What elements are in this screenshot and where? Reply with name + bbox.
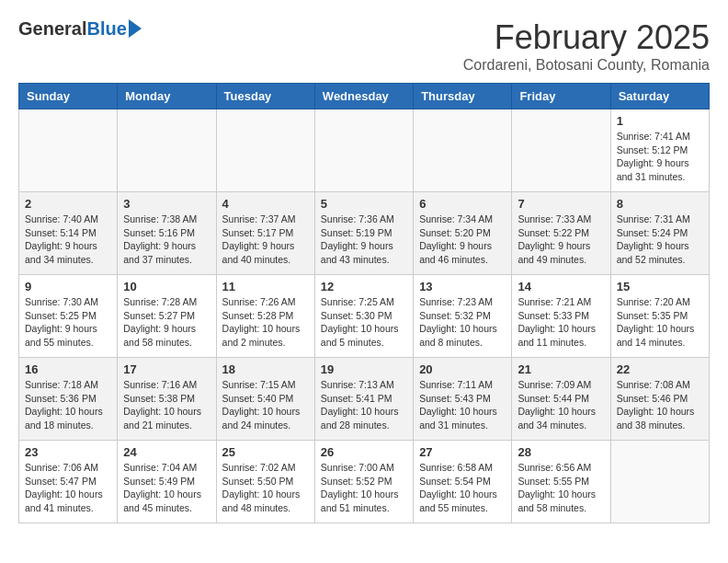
calendar-day-cell: 9Sunrise: 7:30 AM Sunset: 5:25 PM Daylig… [19, 275, 118, 358]
day-info: Sunrise: 7:36 AM Sunset: 5:19 PM Dayligh… [321, 213, 407, 267]
calendar-day-cell [216, 109, 314, 192]
day-info: Sunrise: 7:30 AM Sunset: 5:25 PM Dayligh… [25, 295, 111, 350]
weekday-header: Wednesday [314, 84, 413, 109]
calendar-day-cell: 21Sunrise: 7:09 AM Sunset: 5:44 PM Dayli… [512, 358, 610, 441]
logo-general-text: General [18, 18, 86, 40]
day-number: 25 [222, 445, 309, 459]
day-info: Sunrise: 7:08 AM Sunset: 5:46 PM Dayligh… [617, 378, 703, 432]
day-number: 21 [518, 362, 604, 376]
day-number: 18 [222, 362, 309, 376]
calendar-day-cell: 11Sunrise: 7:26 AM Sunset: 5:28 PM Dayli… [216, 275, 314, 358]
day-number: 5 [321, 197, 407, 211]
day-info: Sunrise: 7:33 AM Sunset: 5:22 PM Dayligh… [518, 213, 604, 267]
day-info: Sunrise: 7:11 AM Sunset: 5:43 PM Dayligh… [419, 378, 506, 432]
day-number: 13 [419, 280, 506, 293]
day-number: 8 [617, 197, 703, 211]
calendar-day-cell: 25Sunrise: 7:02 AM Sunset: 5:50 PM Dayli… [216, 441, 314, 523]
calendar-day-cell: 22Sunrise: 7:08 AM Sunset: 5:46 PM Dayli… [610, 358, 709, 441]
day-number: 6 [419, 197, 506, 211]
calendar-day-cell: 26Sunrise: 7:00 AM Sunset: 5:52 PM Dayli… [314, 441, 413, 523]
calendar-day-cell: 16Sunrise: 7:18 AM Sunset: 5:36 PM Dayli… [19, 358, 118, 441]
calendar-day-cell: 10Sunrise: 7:28 AM Sunset: 5:27 PM Dayli… [118, 275, 216, 358]
day-info: Sunrise: 7:00 AM Sunset: 5:52 PM Dayligh… [321, 461, 407, 515]
calendar-day-cell: 14Sunrise: 7:21 AM Sunset: 5:33 PM Dayli… [512, 275, 610, 358]
calendar-day-cell [414, 109, 512, 192]
calendar-week-row: 1Sunrise: 7:41 AM Sunset: 5:12 PM Daylig… [19, 109, 710, 192]
day-number: 7 [518, 197, 604, 211]
day-number: 14 [518, 280, 604, 293]
weekday-header: Tuesday [216, 84, 314, 109]
calendar-day-cell: 7Sunrise: 7:33 AM Sunset: 5:22 PM Daylig… [512, 192, 610, 275]
day-number: 2 [25, 197, 111, 211]
day-number: 28 [518, 445, 604, 459]
calendar-day-cell [118, 109, 216, 192]
day-info: Sunrise: 7:18 AM Sunset: 5:36 PM Dayligh… [25, 378, 111, 432]
weekday-header: Friday [512, 84, 610, 109]
day-info: Sunrise: 7:31 AM Sunset: 5:24 PM Dayligh… [617, 213, 703, 267]
day-number: 11 [222, 280, 309, 293]
calendar-day-cell: 13Sunrise: 7:23 AM Sunset: 5:32 PM Dayli… [414, 275, 512, 358]
calendar-day-cell: 3Sunrise: 7:38 AM Sunset: 5:16 PM Daylig… [118, 192, 216, 275]
day-number: 9 [25, 280, 111, 293]
day-info: Sunrise: 7:34 AM Sunset: 5:20 PM Dayligh… [419, 213, 506, 267]
calendar-day-cell: 5Sunrise: 7:36 AM Sunset: 5:19 PM Daylig… [314, 192, 413, 275]
day-number: 3 [123, 197, 210, 211]
calendar-day-cell: 20Sunrise: 7:11 AM Sunset: 5:43 PM Dayli… [414, 358, 512, 441]
calendar-day-cell: 4Sunrise: 7:37 AM Sunset: 5:17 PM Daylig… [216, 192, 314, 275]
calendar-day-cell: 6Sunrise: 7:34 AM Sunset: 5:20 PM Daylig… [414, 192, 512, 275]
day-info: Sunrise: 7:04 AM Sunset: 5:49 PM Dayligh… [123, 461, 210, 515]
day-info: Sunrise: 7:21 AM Sunset: 5:33 PM Dayligh… [518, 295, 604, 350]
day-number: 10 [123, 280, 210, 293]
day-info: Sunrise: 7:23 AM Sunset: 5:32 PM Dayligh… [419, 295, 506, 350]
day-number: 20 [419, 362, 506, 376]
calendar-week-row: 23Sunrise: 7:06 AM Sunset: 5:47 PM Dayli… [19, 441, 710, 523]
calendar-week-row: 2Sunrise: 7:40 AM Sunset: 5:14 PM Daylig… [19, 192, 710, 275]
logo: General Blue [18, 18, 142, 40]
logo-arrow-icon [129, 19, 142, 38]
calendar-day-cell [610, 441, 709, 523]
calendar-day-cell [314, 109, 413, 192]
title-section: February 2025 Cordareni, Botosani County… [463, 18, 710, 74]
calendar-day-cell: 28Sunrise: 6:56 AM Sunset: 5:55 PM Dayli… [512, 441, 610, 523]
day-info: Sunrise: 7:28 AM Sunset: 5:27 PM Dayligh… [123, 295, 210, 350]
calendar-day-cell [19, 109, 118, 192]
logo-blue-text: Blue [86, 18, 126, 40]
day-info: Sunrise: 7:41 AM Sunset: 5:12 PM Dayligh… [617, 130, 703, 184]
day-info: Sunrise: 7:25 AM Sunset: 5:30 PM Dayligh… [321, 295, 407, 350]
day-number: 19 [321, 362, 407, 376]
day-info: Sunrise: 7:26 AM Sunset: 5:28 PM Dayligh… [222, 295, 309, 350]
calendar-day-cell [512, 109, 610, 192]
day-number: 4 [222, 197, 309, 211]
calendar-day-cell: 23Sunrise: 7:06 AM Sunset: 5:47 PM Dayli… [19, 441, 118, 523]
calendar-day-cell: 2Sunrise: 7:40 AM Sunset: 5:14 PM Daylig… [19, 192, 118, 275]
day-info: Sunrise: 6:58 AM Sunset: 5:54 PM Dayligh… [419, 461, 506, 515]
calendar-day-cell: 8Sunrise: 7:31 AM Sunset: 5:24 PM Daylig… [610, 192, 709, 275]
day-info: Sunrise: 7:09 AM Sunset: 5:44 PM Dayligh… [518, 378, 604, 432]
day-info: Sunrise: 7:37 AM Sunset: 5:17 PM Dayligh… [222, 213, 309, 267]
calendar-week-row: 16Sunrise: 7:18 AM Sunset: 5:36 PM Dayli… [19, 358, 710, 441]
month-title: February 2025 [463, 18, 710, 57]
day-number: 15 [617, 280, 703, 293]
day-info: Sunrise: 7:20 AM Sunset: 5:35 PM Dayligh… [617, 295, 703, 350]
day-number: 16 [25, 362, 111, 376]
day-info: Sunrise: 7:16 AM Sunset: 5:38 PM Dayligh… [123, 378, 210, 432]
day-info: Sunrise: 7:40 AM Sunset: 5:14 PM Dayligh… [25, 213, 111, 267]
day-info: Sunrise: 7:38 AM Sunset: 5:16 PM Dayligh… [123, 213, 210, 267]
weekday-header: Sunday [19, 84, 118, 109]
calendar-day-cell: 18Sunrise: 7:15 AM Sunset: 5:40 PM Dayli… [216, 358, 314, 441]
day-number: 23 [25, 445, 111, 459]
calendar-day-cell: 24Sunrise: 7:04 AM Sunset: 5:49 PM Dayli… [118, 441, 216, 523]
day-number: 12 [321, 280, 407, 293]
day-info: Sunrise: 7:06 AM Sunset: 5:47 PM Dayligh… [25, 461, 111, 515]
day-info: Sunrise: 7:02 AM Sunset: 5:50 PM Dayligh… [222, 461, 309, 515]
calendar-day-cell: 27Sunrise: 6:58 AM Sunset: 5:54 PM Dayli… [414, 441, 512, 523]
day-info: Sunrise: 7:13 AM Sunset: 5:41 PM Dayligh… [321, 378, 407, 432]
weekday-header: Monday [118, 84, 216, 109]
calendar-header-row: SundayMondayTuesdayWednesdayThursdayFrid… [19, 84, 710, 109]
calendar-table: SundayMondayTuesdayWednesdayThursdayFrid… [18, 83, 710, 523]
day-number: 26 [321, 445, 407, 459]
calendar-day-cell: 1Sunrise: 7:41 AM Sunset: 5:12 PM Daylig… [610, 109, 709, 192]
calendar-day-cell: 15Sunrise: 7:20 AM Sunset: 5:35 PM Dayli… [610, 275, 709, 358]
calendar-week-row: 9Sunrise: 7:30 AM Sunset: 5:25 PM Daylig… [19, 275, 710, 358]
weekday-header: Saturday [610, 84, 709, 109]
